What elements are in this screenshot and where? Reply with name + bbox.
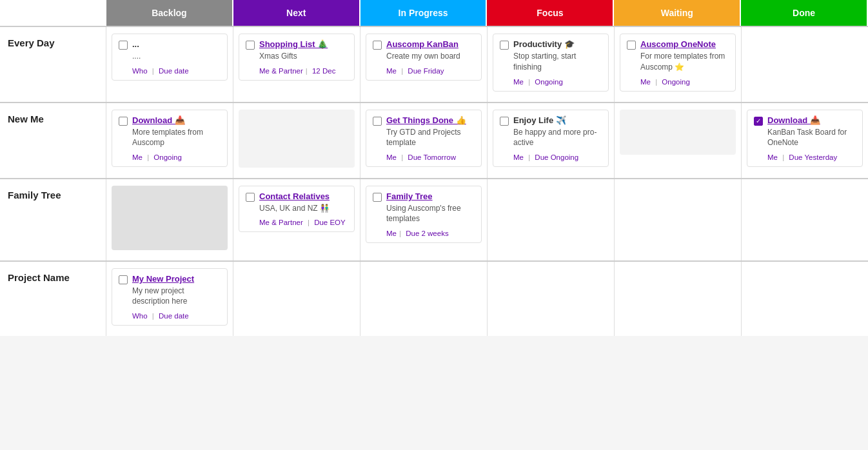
card-desc-project: My new project description here <box>132 286 221 308</box>
card-desc-shopping: Xmas Gifts <box>259 51 335 62</box>
cell-everyday-waiting: Auscomp OneNote For more templates from … <box>615 27 742 102</box>
board-row-newme: New Me Download 📥 More templates from Au… <box>0 102 868 178</box>
cell-everyday-done <box>742 27 868 102</box>
card-meta-gtd: Me | Due Tomorrow <box>386 153 475 161</box>
card-desc-kanban: Create my own board <box>386 51 460 62</box>
card-desc-dots: .... <box>132 51 189 62</box>
card-checkbox-onenote[interactable] <box>627 41 636 50</box>
cell-project-focus <box>488 262 615 337</box>
card-meta-enjoy: Me | Due Ongoing <box>513 153 602 161</box>
cell-newme-waiting <box>615 103 742 178</box>
row-label-spacer <box>0 0 106 26</box>
card-title-gtd[interactable]: Get Things Done 👍 <box>386 115 475 125</box>
card-dots: ... .... Who | Due date <box>112 34 228 81</box>
kanban-board: Backlog Next In Progress Focus Waiting D… <box>0 0 868 336</box>
card-productivity: Productivity 🎓 Stop starting, start fini… <box>493 34 609 92</box>
cell-newme-backlog: Download 📥 More templates from Auscomp M… <box>106 103 233 178</box>
cell-familytree-waiting <box>615 179 742 260</box>
card-checkbox-project[interactable] <box>119 275 128 284</box>
row-label-everyday: Every Day <box>0 27 106 102</box>
card-title-relatives[interactable]: Contact Relatives <box>259 191 346 201</box>
cell-newme-done: ✓ Download 📥 KanBan Task Board for OneNo… <box>742 103 868 178</box>
card-title-shopping[interactable]: Shopping List 🎄 <box>259 39 335 49</box>
col-header-done: Done <box>741 0 868 26</box>
cell-everyday-backlog: ... .... Who | Due date <box>106 27 233 102</box>
cell-newme-next <box>233 103 360 178</box>
cell-project-backlog: My New Project My new project descriptio… <box>106 262 233 337</box>
blurred-card-newme-waiting <box>620 110 736 155</box>
card-meta-kanban: Me | Due Friday <box>386 67 460 75</box>
board-row-projectname: Project Name My New Project My new proje… <box>0 260 868 337</box>
card-checkbox-productivity[interactable] <box>500 41 509 50</box>
cell-newme-focus: Enjoy Life ✈️ Be happy and more pro-acti… <box>488 103 615 178</box>
card-checkbox-gtd[interactable] <box>373 117 382 126</box>
card-checkbox-shopping[interactable] <box>246 41 255 50</box>
card-enjoy-life: Enjoy Life ✈️ Be happy and more pro-acti… <box>493 110 609 168</box>
card-shopping-list: Shopping List 🎄 Xmas Gifts Me & Partner|… <box>239 34 355 81</box>
cell-project-inprogress <box>360 262 488 337</box>
card-desc-relatives: USA, UK and NZ 👫 <box>259 203 346 214</box>
card-title-dots: ... <box>132 39 189 49</box>
card-desc-download-b: More templates from Auscomp <box>132 127 221 149</box>
card-desc-ft: Using Auscomp's free templates <box>386 203 475 225</box>
card-meta-ft: Me| Due 2 weeks <box>386 230 475 237</box>
cell-project-done <box>742 262 868 337</box>
blurred-card-newme-next <box>239 110 355 168</box>
card-desc-download-d: KanBan Task Board for OneNote <box>767 127 856 149</box>
col-header-next: Next <box>233 0 360 26</box>
row-label-newme: New Me <box>0 103 106 178</box>
card-title-kanban[interactable]: Auscomp KanBan <box>386 39 460 49</box>
card-download-backlog: Download 📥 More templates from Auscomp M… <box>112 110 228 168</box>
cell-familytree-backlog <box>106 179 233 260</box>
card-desc-gtd: Try GTD and Projects template <box>386 127 475 149</box>
card-meta-onenote: Me | Ongoing <box>640 78 729 86</box>
column-headers: Backlog Next In Progress Focus Waiting D… <box>0 0 868 26</box>
card-checkbox-ft[interactable] <box>373 193 382 202</box>
card-checkbox-relatives[interactable] <box>246 193 255 202</box>
card-meta-shopping: Me & Partner| 12 Dec <box>259 67 335 75</box>
card-title-productivity: Productivity 🎓 <box>513 39 602 49</box>
card-my-new-project: My New Project My new project descriptio… <box>112 268 228 326</box>
card-desc-enjoy: Be happy and more pro-active <box>513 127 602 149</box>
card-title-onenote[interactable]: Auscomp OneNote <box>640 39 729 49</box>
cell-familytree-focus <box>488 179 615 260</box>
row-label-familytree: Family Tree <box>0 179 106 260</box>
cell-familytree-done <box>742 179 868 260</box>
card-title-project[interactable]: My New Project <box>132 274 221 284</box>
board-row-everyday: Every Day ... .... Who | Due date <box>0 26 868 102</box>
board-row-familytree: Family Tree Contact Relatives USA, UK an… <box>0 178 868 260</box>
cell-everyday-inprogress: Auscomp KanBan Create my own board Me | … <box>360 27 488 102</box>
card-title-download-d[interactable]: Download 📥 <box>767 115 856 125</box>
col-header-waiting: Waiting <box>614 0 741 26</box>
card-auscomp-onenote: Auscomp OneNote For more templates from … <box>620 34 736 92</box>
row-label-projectname: Project Name <box>0 262 106 337</box>
card-desc-onenote: For more templates from Auscomp ⭐ <box>640 51 729 73</box>
card-title-enjoy: Enjoy Life ✈️ <box>513 115 602 125</box>
card-download-done: ✓ Download 📥 KanBan Task Board for OneNo… <box>747 110 863 168</box>
card-meta-download-b: Me | Ongoing <box>132 153 221 161</box>
card-title-download-b[interactable]: Download 📥 <box>132 115 221 125</box>
card-contact-relatives: Contact Relatives USA, UK and NZ 👫 Me & … <box>239 186 355 233</box>
card-checkbox-enjoy[interactable] <box>500 117 509 126</box>
card-desc-productivity: Stop starting, start finishing <box>513 51 602 73</box>
card-meta-download-d: Me | Due Yesterday <box>767 153 856 161</box>
col-header-inprogress: In Progress <box>360 0 488 26</box>
cell-everyday-next: Shopping List 🎄 Xmas Gifts Me & Partner|… <box>233 27 360 102</box>
blurred-card-ft-backlog <box>112 186 228 250</box>
card-checkbox-download-b[interactable] <box>119 117 128 126</box>
col-header-focus: Focus <box>487 0 614 26</box>
col-header-backlog: Backlog <box>106 0 233 26</box>
card-gtd: Get Things Done 👍 Try GTD and Projects t… <box>366 110 482 168</box>
card-title-ft[interactable]: Family Tree <box>386 191 475 201</box>
card-checkbox-dots[interactable] <box>119 41 128 50</box>
cell-newme-inprogress: Get Things Done 👍 Try GTD and Projects t… <box>360 103 488 178</box>
card-meta-project: Who | Due date <box>132 312 221 320</box>
cell-project-next <box>233 262 360 337</box>
card-family-tree: Family Tree Using Auscomp's free templat… <box>366 186 482 244</box>
cell-project-waiting <box>615 262 742 337</box>
card-meta-dots: Who | Due date <box>132 67 189 75</box>
card-auscomp-kanban: Auscomp KanBan Create my own board Me | … <box>366 34 482 81</box>
card-checkbox-download-d[interactable]: ✓ <box>754 117 763 126</box>
cell-familytree-inprogress: Family Tree Using Auscomp's free templat… <box>360 179 488 260</box>
card-checkbox-kanban[interactable] <box>373 41 382 50</box>
